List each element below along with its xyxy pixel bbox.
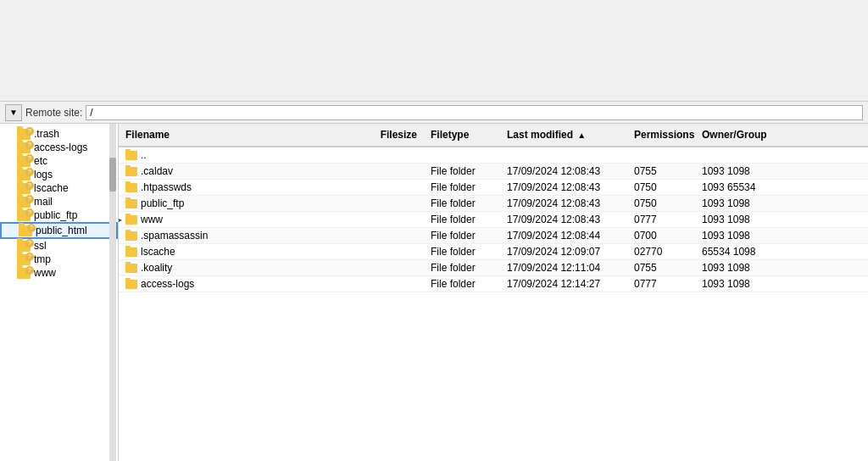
top-panel	[0, 0, 868, 102]
cell-permissions	[627, 153, 695, 157]
folder-icon	[125, 151, 137, 160]
tree-container: ?.trash?access-logs?etc?logs?lscache?mai…	[0, 124, 118, 283]
cell-owner: 65534 1098	[695, 244, 780, 259]
col-header-owner[interactable]: Owner/Group	[695, 127, 780, 142]
tree-item[interactable]: ?logs	[0, 168, 118, 181]
folder-icon	[125, 215, 137, 225]
sort-arrow: ▲	[577, 131, 586, 140]
col-header-lastmod[interactable]: Last modified ▲	[500, 127, 627, 142]
cell-owner: 1093 1098	[695, 276, 780, 292]
folder-icon	[125, 167, 137, 176]
cell-filename-text: public_ftp	[141, 197, 184, 209]
table-row[interactable]: ..	[119, 147, 868, 164]
cell-permissions: 0750	[627, 180, 695, 195]
tree-item[interactable]: ?.trash	[0, 127, 118, 141]
tree-item[interactable]: ?public_html	[0, 222, 118, 239]
cell-lastmod	[500, 153, 627, 157]
tree-item[interactable]: ?www	[0, 266, 118, 280]
col-header-filesize[interactable]: Filesize	[364, 127, 424, 142]
scroll-thumb[interactable]	[109, 158, 116, 192]
cell-permissions: 0750	[627, 196, 695, 211]
cell-owner: 1093 1098	[695, 196, 780, 211]
cell-permissions: 0777	[627, 276, 695, 292]
table-section: Filename Filesize Filetype Last modified…	[119, 124, 868, 461]
cell-lastmod: 17/09/2024 12:08:43	[500, 180, 627, 195]
cell-filesize	[364, 250, 424, 253]
tree-item-label: mail	[34, 196, 53, 208]
table-row[interactable]: public_ftpFile folder17/09/2024 12:08:43…	[119, 196, 868, 212]
cell-filename-text: www	[141, 214, 163, 225]
cell-filesize	[364, 234, 424, 237]
table-row[interactable]: .koalityFile folder17/09/2024 12:11:0407…	[119, 260, 868, 276]
left-scrollbar[interactable]	[109, 124, 116, 461]
table-row[interactable]: .htpasswdsFile folder17/09/2024 12:08:43…	[119, 180, 868, 196]
cell-filename-text: .spamassassin	[141, 230, 208, 242]
tree-item[interactable]: ?lscache	[0, 181, 118, 195]
main-layout: ?.trash?access-logs?etc?logs?lscache?mai…	[0, 124, 868, 461]
folder-icon	[125, 199, 137, 208]
cell-filetype: File folder	[424, 260, 500, 275]
cell-filename-text: lscache	[141, 246, 175, 258]
cell-filename-text: .caldav	[141, 165, 173, 177]
tree-item-label: lscache	[34, 182, 69, 194]
tree-item[interactable]: ?access-logs	[0, 141, 118, 154]
cell-filename-text: access-logs	[141, 278, 194, 290]
cell-lastmod: 17/09/2024 12:08:44	[500, 228, 627, 243]
cell-filesize	[364, 218, 424, 221]
cell-filetype: File folder	[424, 244, 500, 259]
folder-icon	[125, 183, 137, 192]
table-row[interactable]: access-logsFile folder17/09/2024 12:14:2…	[119, 276, 868, 292]
cell-lastmod: 17/09/2024 12:08:43	[500, 212, 627, 227]
cell-permissions: 0777	[627, 212, 695, 227]
cell-filetype: File folder	[424, 180, 500, 195]
remote-site-dropdown[interactable]: ▼	[5, 104, 22, 121]
table-row[interactable]: .caldavFile folder17/09/2024 12:08:43075…	[119, 164, 868, 180]
remote-site-label: Remote site:	[25, 107, 82, 119]
table-header: Filename Filesize Filetype Last modified…	[119, 124, 868, 147]
cell-owner: 1093 1098	[695, 228, 780, 243]
tree-item-label: tmp	[34, 253, 51, 265]
tree-item[interactable]: ?public_ftp	[0, 208, 118, 222]
table-row[interactable]: .spamassassinFile folder17/09/2024 12:08…	[119, 228, 868, 244]
cell-filesize	[364, 169, 424, 173]
cell-owner: 1093 1098	[695, 212, 780, 227]
cell-lastmod: 17/09/2024 12:09:07	[500, 244, 627, 259]
table-row[interactable]: wwwFile folder17/09/2024 12:08:430777109…	[119, 212, 868, 228]
table-row[interactable]: lscacheFile folder17/09/2024 12:09:07027…	[119, 244, 868, 260]
cell-permissions: 0755	[627, 164, 695, 179]
tree-item-label: access-logs	[34, 142, 87, 153]
cell-owner	[695, 153, 780, 157]
cell-filetype: File folder	[424, 228, 500, 243]
tree-item-label: public_ftp	[34, 209, 77, 221]
cell-filetype: File folder	[424, 276, 500, 292]
cell-owner: 1093 1098	[695, 164, 780, 179]
tree-item[interactable]: ?tmp	[0, 253, 118, 266]
folder-icon	[125, 264, 137, 273]
folder-icon	[125, 247, 137, 257]
tree-item[interactable]: ?ssl	[0, 239, 118, 253]
cell-lastmod: 17/09/2024 12:11:04	[500, 260, 627, 275]
cell-filetype: File folder	[424, 164, 500, 179]
cell-filesize	[364, 266, 424, 269]
cell-filesize	[364, 186, 424, 189]
tree-item-label: etc	[34, 155, 47, 167]
tree-item[interactable]: ?etc	[0, 154, 118, 168]
tree-item-label: .trash	[34, 128, 59, 140]
cell-permissions: 02770	[627, 244, 695, 259]
cell-filesize	[364, 202, 424, 205]
col-header-permissions[interactable]: Permissions	[627, 127, 695, 142]
left-panel: ?.trash?access-logs?etc?logs?lscache?mai…	[0, 124, 119, 461]
tree-item[interactable]: ?mail	[0, 195, 118, 208]
folder-icon	[125, 280, 137, 289]
cell-permissions: 0700	[627, 228, 695, 243]
col-header-filetype[interactable]: Filetype	[424, 127, 500, 142]
tree-item-label: logs	[34, 169, 53, 181]
remote-site-input[interactable]	[86, 105, 863, 120]
cell-filetype	[424, 153, 500, 157]
cell-filetype: File folder	[424, 196, 500, 211]
cell-filetype: File folder	[424, 212, 500, 227]
cell-lastmod: 17/09/2024 12:08:43	[500, 196, 627, 211]
cell-lastmod: 17/09/2024 12:14:27	[500, 276, 627, 292]
right-panel: Filename Filesize Filetype Last modified…	[119, 124, 868, 461]
col-header-filename[interactable]: Filename	[119, 127, 364, 142]
